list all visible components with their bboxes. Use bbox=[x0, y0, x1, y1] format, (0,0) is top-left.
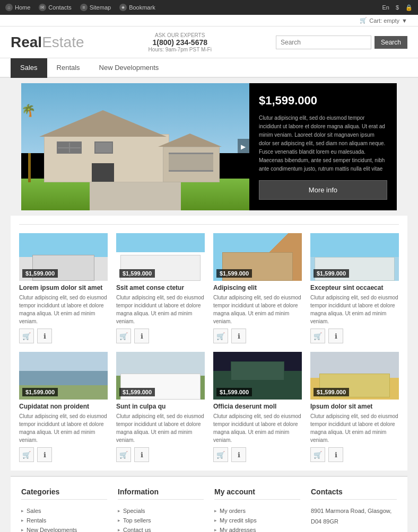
info-button-4[interactable]: ℹ bbox=[328, 329, 343, 343]
sitemap-label: Sitemap bbox=[90, 4, 111, 11]
hero-next-arrow[interactable]: ▶ bbox=[238, 139, 249, 155]
sitemap-nav-item[interactable]: ≡ Sitemap bbox=[80, 4, 111, 11]
tab-rentals[interactable]: Rentals bbox=[47, 58, 90, 78]
product-title-8: Ipsum dolor sit amet bbox=[310, 403, 399, 410]
info-button-3[interactable]: ℹ bbox=[231, 329, 246, 343]
categories-title: Categories bbox=[21, 487, 107, 500]
contact-phone-row: 📞 1(800) 234-5678 bbox=[311, 530, 397, 532]
tab-sales[interactable]: Sales bbox=[11, 58, 47, 78]
category-sales[interactable]: Sales bbox=[21, 506, 107, 516]
hours: Hours: 9am-7pm PST M-Fi bbox=[149, 47, 212, 52]
cart-dropdown-icon[interactable]: ▼ bbox=[402, 17, 407, 24]
palm-trunk bbox=[28, 153, 31, 182]
door bbox=[92, 163, 114, 182]
roof bbox=[39, 110, 167, 137]
product-card-5: $1,599.000 Cupidatat non proident Clutur… bbox=[19, 352, 108, 462]
product-actions-1: 🛒 ℹ bbox=[19, 329, 108, 343]
info-specials[interactable]: Specials bbox=[118, 506, 204, 516]
window bbox=[57, 141, 82, 153]
garage bbox=[163, 147, 220, 182]
info-button-2[interactable]: ℹ bbox=[134, 329, 149, 343]
product-title-2: Ssit amet conse ctetur bbox=[116, 284, 205, 291]
more-info-button[interactable]: More info bbox=[259, 180, 387, 200]
account-credit[interactable]: My credit slips bbox=[214, 516, 300, 525]
product-card-6: $1,599.000 Sunt in culpa qu Clutur adipi… bbox=[116, 352, 205, 462]
search-button[interactable]: Search bbox=[375, 36, 407, 49]
sitemap-icon: ≡ bbox=[80, 4, 88, 11]
product-image-8: $1,599.000 bbox=[310, 352, 399, 400]
cart-button-7[interactable]: 🛒 bbox=[213, 447, 228, 462]
categories-list: Sales Rentals New Developments bbox=[21, 506, 107, 532]
palm-leaves: 🌴 bbox=[21, 104, 36, 118]
currency-selector[interactable]: $ bbox=[396, 4, 399, 11]
product-desc-1: Clutur adipiscing elit, sed do eiusmod t… bbox=[19, 294, 108, 325]
info-top-sellers[interactable]: Top sellers bbox=[118, 516, 204, 525]
hero-image: 🌴 ▶ bbox=[21, 83, 249, 210]
hero-info-panel: $1,599.000 Clutur adipiscing elit, sed d… bbox=[249, 83, 397, 210]
product-image-7: $1,599.000 bbox=[213, 352, 302, 400]
product-title-3: Adipiscing elit bbox=[213, 284, 302, 291]
cart-button-4[interactable]: 🛒 bbox=[310, 329, 325, 343]
home-label: Home bbox=[15, 4, 30, 11]
window2 bbox=[94, 141, 113, 153]
category-new-dev[interactable]: New Developments bbox=[21, 525, 107, 532]
cart-label[interactable]: Cart: empty bbox=[369, 17, 399, 24]
cart-button-1[interactable]: 🛒 bbox=[19, 329, 34, 343]
price-badge-4: $1,599.000 bbox=[314, 269, 349, 278]
lock-icon: 🔒 bbox=[405, 4, 413, 11]
cart-button-5[interactable]: 🛒 bbox=[19, 447, 34, 462]
contacts-nav-item[interactable]: ✉ Contacts bbox=[39, 4, 71, 11]
cart-bar: 🛒 Cart: empty ▼ bbox=[0, 15, 418, 26]
product-desc-7: Clutur adipiscing elit, sed do eiusmod t… bbox=[213, 412, 302, 444]
info-button-6[interactable]: ℹ bbox=[134, 447, 149, 462]
top-right-controls: En $ 🔒 bbox=[382, 4, 413, 11]
information-list: Specials Top sellers Contact us Terms an… bbox=[118, 506, 204, 532]
search-input[interactable] bbox=[276, 36, 371, 49]
home-nav-item[interactable]: ⌂ Home bbox=[5, 4, 30, 11]
info-button-8[interactable]: ℹ bbox=[328, 447, 343, 462]
contact-address: 8901 Marmora Road, Glasgow,D04 89GR 📞 1(… bbox=[311, 506, 397, 532]
tab-new-developments[interactable]: New Developments bbox=[90, 58, 169, 78]
product-desc-3: Clutur adipiscing elit, sed do eiusmod t… bbox=[213, 294, 302, 325]
cart-button-2[interactable]: 🛒 bbox=[116, 329, 131, 343]
price-badge-2: $1,599.000 bbox=[119, 269, 155, 278]
section-divider bbox=[19, 224, 399, 225]
product-desc-2: Clutur adipiscing elit, sed do eiusmod t… bbox=[116, 294, 205, 325]
bookmark-label: Bookmark bbox=[129, 4, 155, 11]
garage-roof bbox=[158, 134, 222, 147]
price-badge-6: $1,599.000 bbox=[119, 388, 155, 396]
product-image-4: $1,599.000 bbox=[310, 233, 399, 281]
product-desc-8: Clutur adipiscing elit, sed do eiusmod t… bbox=[310, 412, 399, 444]
category-rentals[interactable]: Rentals bbox=[21, 516, 107, 525]
contacts-label: Contacts bbox=[48, 4, 71, 11]
cart-button-8[interactable]: 🛒 bbox=[310, 447, 325, 462]
contacts-icon: ✉ bbox=[39, 4, 46, 11]
product-title-1: Lorem ipsum dolor sit amet bbox=[19, 284, 108, 291]
products-section: $1,599.000 Lorem ipsum dolor sit amet Cl… bbox=[11, 216, 407, 471]
info-contact-us[interactable]: Contact us bbox=[118, 525, 204, 532]
price-badge-3: $1,599.000 bbox=[216, 269, 252, 278]
product-title-4: Excepteur sint occaecat bbox=[310, 284, 399, 291]
language-selector[interactable]: En bbox=[382, 4, 389, 11]
header-contact-info: ASK OUR EXPERTS 1(800) 234-5678 Hours: 9… bbox=[149, 32, 212, 52]
product-grid-row1: $1,599.000 Lorem ipsum dolor sit amet Cl… bbox=[19, 233, 399, 343]
phone-number: 1(800) 234-5678 bbox=[149, 38, 212, 47]
cart-button-3[interactable]: 🛒 bbox=[213, 329, 228, 343]
search-bar: Search bbox=[276, 36, 407, 49]
house-body bbox=[44, 134, 169, 182]
info-button-7[interactable]: ℹ bbox=[231, 447, 246, 462]
header: RealEstate ASK OUR EXPERTS 1(800) 234-56… bbox=[0, 26, 418, 58]
price-badge-1: $1,599.000 bbox=[22, 269, 58, 278]
product-title-5: Cupidatat non proident bbox=[19, 403, 108, 410]
product-card-3: $1,599.000 Adipiscing elit Clutur adipis… bbox=[213, 233, 302, 343]
cart-button-6[interactable]: 🛒 bbox=[116, 447, 131, 462]
product-actions-5: 🛒 ℹ bbox=[19, 447, 108, 462]
account-addresses[interactable]: My addresses bbox=[214, 525, 300, 532]
product-actions-4: 🛒 ℹ bbox=[310, 329, 399, 343]
info-button-5[interactable]: ℹ bbox=[37, 447, 52, 462]
product-card-8: $1,599.000 Ipsum dolor sit amet Clutur a… bbox=[310, 352, 399, 462]
product-desc-6: Clutur adipiscing elit, sed do eiusmod t… bbox=[116, 412, 205, 444]
info-button-1[interactable]: ℹ bbox=[37, 329, 52, 343]
bookmark-nav-item[interactable]: ★ Bookmark bbox=[119, 4, 155, 11]
account-orders[interactable]: My orders bbox=[214, 506, 300, 516]
